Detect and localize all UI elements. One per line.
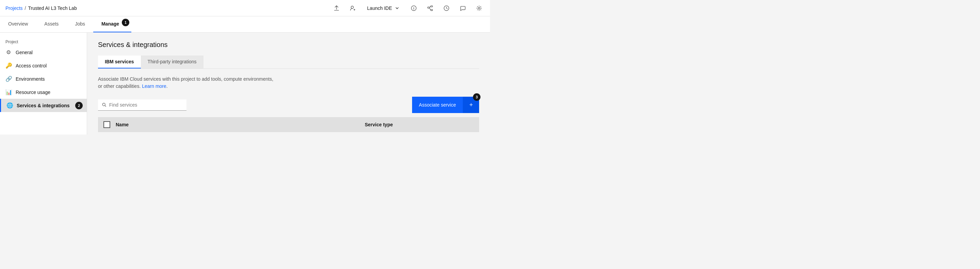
breadcrumb-current: Trusted AI L3 Tech Lab xyxy=(28,5,76,11)
sidebar-section-label: Project xyxy=(0,37,87,46)
svg-point-0 xyxy=(351,6,353,8)
col-service-type-header: Service type xyxy=(365,122,474,127)
layout: Project ⚙ General 🔑 Access control 🔗 Env… xyxy=(0,33,490,135)
description-text: Associate IBM Cloud services with this p… xyxy=(98,76,273,82)
info-icon-btn[interactable] xyxy=(408,3,419,14)
sidebar: Project ⚙ General 🔑 Access control 🔗 Env… xyxy=(0,33,87,135)
associate-btn-label: Associate service xyxy=(412,97,463,113)
chat-icon xyxy=(460,5,466,11)
associate-service-button[interactable]: Associate service + xyxy=(412,97,479,113)
search-box xyxy=(98,99,186,111)
sidebar-item-services-integrations[interactable]: 🌐 Services & integrations 2 xyxy=(0,99,87,112)
toolbar-row: Associate service + 3 xyxy=(98,97,479,113)
launch-ide-btn[interactable]: Launch IDE xyxy=(364,3,403,13)
description-text2: or other capabilities. xyxy=(98,83,140,89)
access-control-icon: 🔑 xyxy=(5,62,11,69)
general-icon: ⚙ xyxy=(5,49,11,56)
svg-rect-2 xyxy=(428,7,430,8)
history-icon-btn[interactable] xyxy=(441,3,452,14)
settings-icon-btn[interactable] xyxy=(474,3,485,14)
svg-point-6 xyxy=(478,7,480,9)
environments-icon: 🔗 xyxy=(5,76,11,82)
associate-badge: 3 xyxy=(473,93,480,101)
chevron-down-icon xyxy=(395,6,399,11)
sidebar-item-label: Services & integrations xyxy=(17,103,70,108)
launch-ide-label: Launch IDE xyxy=(367,5,392,11)
upload-icon xyxy=(334,5,340,11)
search-icon xyxy=(102,102,107,107)
share-icon xyxy=(427,5,433,11)
description: Associate IBM Cloud services with this p… xyxy=(98,76,479,90)
select-all-checkbox[interactable] xyxy=(103,121,110,128)
add-user-icon xyxy=(350,5,356,11)
history-icon xyxy=(443,5,450,11)
sidebar-item-general[interactable]: ⚙ General xyxy=(0,46,87,59)
sidebar-item-label: Access control xyxy=(16,63,47,68)
service-tabs: IBM services Third-party integrations xyxy=(98,56,479,69)
sidebar-item-resource-usage[interactable]: 📊 Resource usage xyxy=(0,86,87,99)
chat-icon-btn[interactable] xyxy=(457,3,468,14)
table-header: Name Service type xyxy=(98,117,479,132)
breadcrumb: Projects / Trusted AI L3 Tech Lab xyxy=(5,5,77,11)
col-name-header: Name xyxy=(116,122,365,127)
tab-jobs[interactable]: Jobs xyxy=(67,16,93,32)
tab-third-party[interactable]: Third-party integrations xyxy=(141,56,204,68)
sidebar-item-access-control[interactable]: 🔑 Access control xyxy=(0,59,87,72)
manage-tab-badge: 1 xyxy=(122,19,129,26)
main-tabs: Overview Assets Jobs Manage 1 xyxy=(0,16,490,33)
tab-ibm-services[interactable]: IBM services xyxy=(98,56,141,68)
top-nav: Projects / Trusted AI L3 Tech Lab Launch… xyxy=(0,0,490,16)
tab-overview[interactable]: Overview xyxy=(0,16,36,32)
sidebar-item-label: General xyxy=(16,50,33,55)
resource-usage-icon: 📊 xyxy=(5,89,11,96)
top-nav-actions: Launch IDE xyxy=(331,3,485,14)
tab-assets[interactable]: Assets xyxy=(36,16,67,32)
services-integrations-icon: 🌐 xyxy=(6,102,13,108)
svg-rect-3 xyxy=(431,5,433,7)
learn-more-link[interactable]: Learn more xyxy=(142,83,166,89)
page-title: Services & integrations xyxy=(98,41,479,49)
breadcrumb-separator: / xyxy=(25,5,26,11)
sidebar-item-label: Resource usage xyxy=(16,89,50,95)
tab-manage[interactable]: Manage 1 xyxy=(93,16,131,32)
add-user-icon-btn[interactable] xyxy=(347,3,358,14)
share-icon-btn[interactable] xyxy=(425,3,436,14)
main-content: Services & integrations IBM services Thi… xyxy=(87,33,490,135)
services-integrations-badge: 2 xyxy=(75,102,83,109)
sidebar-item-environments[interactable]: 🔗 Environments xyxy=(0,72,87,86)
associate-service-btn-wrapper: Associate service + 3 xyxy=(412,97,479,113)
svg-rect-4 xyxy=(431,9,433,11)
search-input[interactable] xyxy=(109,102,182,108)
upload-icon-btn[interactable] xyxy=(331,3,342,14)
sidebar-item-label: Environments xyxy=(16,76,45,82)
projects-link[interactable]: Projects xyxy=(5,5,23,11)
settings-icon xyxy=(476,5,482,11)
info-icon xyxy=(411,5,417,11)
